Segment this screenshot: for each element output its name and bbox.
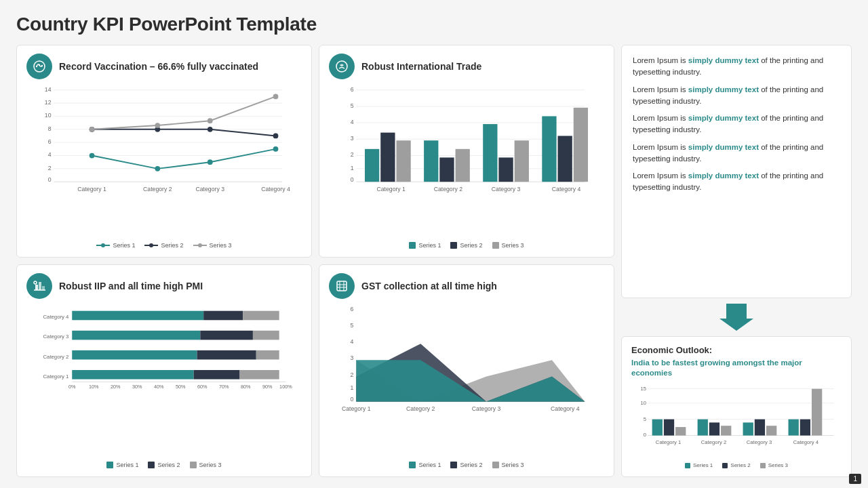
svg-rect-90 — [766, 426, 776, 435]
svg-text:1: 1 — [351, 384, 354, 391]
svg-text:4: 4 — [48, 151, 52, 158]
svg-text:0: 0 — [644, 432, 646, 438]
svg-rect-82 — [652, 420, 663, 436]
svg-rect-86 — [709, 422, 719, 435]
svg-text:12: 12 — [45, 99, 52, 106]
text-para-1: Lorem Ipsum is simply dummy text of the … — [633, 55, 840, 79]
svg-rect-85 — [698, 420, 708, 436]
trade-chart: 6 5 4 3 2 1 0 — [329, 85, 604, 238]
svg-text:20%: 20% — [111, 384, 121, 390]
svg-point-31 — [273, 94, 279, 100]
svg-text:90%: 90% — [262, 384, 273, 390]
svg-text:80%: 80% — [241, 384, 251, 390]
svg-rect-111 — [256, 350, 279, 360]
svg-text:3: 3 — [351, 354, 354, 361]
trade-card: Robust International Trade 6 5 4 3 2 1 0 — [319, 45, 614, 258]
svg-text:Category 4: Category 4 — [793, 439, 819, 445]
svg-rect-64 — [498, 157, 513, 182]
svg-rect-128 — [337, 281, 347, 291]
svg-text:Category 1: Category 1 — [656, 439, 681, 445]
svg-point-2 — [39, 64, 40, 66]
svg-text:Category 4: Category 4 — [261, 186, 290, 192]
svg-text:Category 3: Category 3 — [43, 333, 68, 340]
outlook-legend: Series 1 Series 2 Series 3 — [631, 462, 842, 468]
svg-rect-105 — [72, 331, 200, 340]
svg-rect-60 — [424, 140, 438, 182]
svg-rect-59 — [396, 140, 410, 182]
svg-text:8: 8 — [48, 125, 52, 132]
text-para-5: Lorem Ipsum is simply dummy text of the … — [633, 170, 840, 194]
svg-point-3 — [41, 65, 43, 66]
svg-rect-109 — [72, 350, 197, 360]
svg-text:10: 10 — [45, 112, 52, 119]
svg-rect-67 — [558, 136, 572, 182]
outlook-subtitle: India to be fastest growing amongst the … — [631, 358, 842, 378]
svg-text:0%: 0% — [68, 384, 76, 390]
svg-rect-93 — [812, 389, 822, 436]
svg-rect-103 — [243, 311, 279, 321]
right-panel: Lorem Ipsum is simply dummy text of the … — [621, 45, 852, 477]
svg-rect-115 — [240, 370, 279, 380]
svg-text:15: 15 — [641, 386, 647, 392]
svg-point-30 — [208, 118, 213, 123]
svg-text:Category 1: Category 1 — [376, 186, 406, 192]
iip-legend: Series 1 Series 2 Series 3 — [26, 462, 302, 468]
page-number: 1 — [849, 474, 861, 484]
svg-text:1: 1 — [351, 165, 354, 171]
svg-rect-101 — [72, 311, 203, 321]
iip-icon — [26, 273, 52, 299]
svg-rect-87 — [721, 426, 731, 435]
svg-text:5: 5 — [351, 102, 354, 109]
svg-rect-84 — [675, 427, 686, 435]
svg-rect-92 — [800, 420, 810, 436]
svg-text:5: 5 — [644, 416, 646, 422]
svg-rect-61 — [439, 157, 454, 182]
svg-rect-106 — [200, 331, 253, 340]
text-para-3: Lorem Ipsum is simply dummy text of the … — [633, 113, 840, 136]
svg-text:Category 2: Category 2 — [406, 405, 435, 412]
svg-text:70%: 70% — [219, 384, 229, 390]
svg-text:4: 4 — [351, 338, 354, 345]
svg-rect-113 — [72, 370, 193, 380]
iip-card: Robust IIP and all time high PMI Categor… — [16, 264, 312, 477]
arrow-down-container — [621, 304, 852, 331]
gst-title: GST collection at all time high — [361, 281, 497, 292]
svg-point-99 — [34, 281, 37, 284]
iip-title: Robust IIP and all time high PMI — [59, 281, 203, 292]
vaccination-icon — [26, 54, 52, 79]
svg-point-37 — [101, 243, 105, 247]
svg-text:60%: 60% — [197, 384, 208, 390]
svg-point-0 — [34, 61, 45, 72]
svg-rect-57 — [365, 149, 379, 182]
svg-text:2: 2 — [48, 165, 52, 171]
svg-rect-102 — [203, 311, 243, 321]
slide-title: Country KPI PowerPoint Template — [16, 14, 852, 35]
gst-card: GST collection at all time high 6 5 4 3 … — [319, 264, 614, 477]
svg-text:Category 2: Category 2 — [434, 186, 463, 192]
gst-icon — [329, 273, 355, 299]
svg-rect-91 — [789, 420, 799, 436]
svg-text:Category 3: Category 3 — [747, 439, 772, 445]
trade-legend: Series 1 Series 2 Series 3 — [329, 242, 604, 249]
svg-text:6: 6 — [351, 306, 354, 312]
gst-chart: 6 5 4 3 2 1 0 Category 1 — [329, 304, 604, 458]
svg-text:Category 1: Category 1 — [342, 405, 371, 412]
gst-legend: Series 1 Series 2 Series 3 — [329, 462, 604, 468]
svg-text:30%: 30% — [132, 384, 142, 390]
svg-text:0: 0 — [351, 396, 354, 403]
svg-marker-73 — [719, 304, 753, 331]
svg-text:10%: 10% — [89, 384, 99, 390]
svg-point-22 — [208, 159, 213, 165]
text-card: Lorem Ipsum is simply dummy text of the … — [621, 45, 852, 298]
svg-text:14: 14 — [45, 86, 52, 93]
svg-text:0: 0 — [351, 176, 354, 183]
trade-title: Robust International Trade — [361, 61, 481, 73]
svg-point-1 — [36, 66, 37, 67]
svg-text:Category 3: Category 3 — [195, 186, 224, 192]
svg-text:Category 3: Category 3 — [492, 186, 521, 192]
trade-icon — [329, 54, 355, 79]
svg-point-28 — [90, 127, 95, 132]
svg-text:40%: 40% — [154, 384, 164, 390]
svg-text:2: 2 — [351, 151, 354, 158]
text-para-2: Lorem Ipsum is simply dummy text of the … — [633, 84, 840, 108]
